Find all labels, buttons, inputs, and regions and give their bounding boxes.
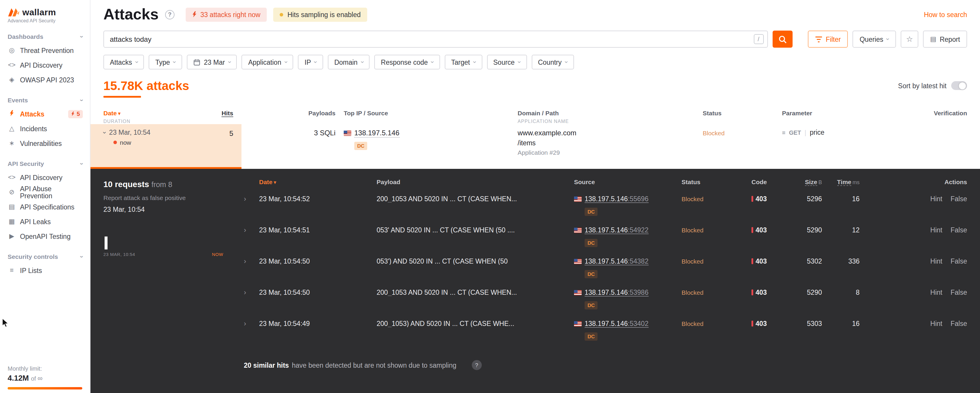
filter-chip-country[interactable]: Country	[531, 55, 574, 69]
hit-code: 403	[751, 227, 787, 233]
expand-chevron-icon[interactable]	[244, 320, 259, 327]
sidebar-item-incidents[interactable]: △ Incidents	[8, 121, 90, 136]
sidebar-item-vulnerabilities[interactable]: ∗ Vulnerabilities	[8, 136, 90, 150]
search-input[interactable]	[103, 30, 768, 48]
column-source: Top IP / Source	[336, 109, 518, 124]
filter-chip-application[interactable]: Application	[242, 55, 293, 69]
sidebar-item-api-discovery-2[interactable]: <> API Discovery	[8, 170, 90, 185]
hits-column-date[interactable]: Date	[259, 178, 377, 185]
hits-column-time[interactable]: Timems	[822, 178, 859, 185]
chevron-down-icon	[81, 160, 83, 167]
hit-row[interactable]: 23 Mar, 10:54:50 200_1053 AND 5020 IN ..…	[244, 286, 967, 317]
sampling-dot-icon	[280, 13, 283, 16]
code-bar-icon	[751, 196, 753, 202]
hint-link[interactable]: Hint	[931, 227, 942, 233]
attack-timeline-chart: 23 MAR, 10:54 NOW	[103, 234, 223, 257]
expand-chevron-icon[interactable]	[244, 258, 259, 265]
sort-toggle[interactable]	[951, 81, 967, 90]
favorite-button[interactable]: ☆	[901, 30, 918, 48]
hit-row[interactable]: 23 Mar, 10:54:50 053') AND 5020 IN ... C…	[244, 255, 967, 286]
hits-column-size[interactable]: SizeB	[787, 178, 822, 185]
question-icon[interactable]: ?	[472, 360, 482, 370]
hit-actions: HintFalse	[859, 320, 967, 327]
chevron-down-icon	[81, 33, 83, 40]
hint-link[interactable]: Hint	[931, 258, 942, 265]
false-link[interactable]: False	[951, 258, 967, 265]
filter-chip-date[interactable]: 23 Mar	[187, 55, 237, 69]
hit-payload: 200_1053 AND 5020 IN ... CT (CASE WHEN..…	[377, 289, 574, 296]
hit-status: Blocked	[681, 195, 751, 202]
filter-chip-target[interactable]: Target	[445, 55, 482, 69]
false-link[interactable]: False	[951, 320, 967, 327]
sidebar-section-security-controls[interactable]: Security controls	[8, 253, 90, 260]
requests-count: 10 requests	[103, 179, 149, 189]
false-link[interactable]: False	[951, 195, 967, 202]
column-date[interactable]: Date	[103, 109, 121, 117]
false-link[interactable]: False	[951, 227, 967, 233]
hint-link[interactable]: Hint	[931, 320, 942, 327]
hit-payload: 200_1053 AND 5020 IN ... CT (CASE WHEN..…	[377, 195, 574, 202]
sidebar-section-api-security[interactable]: API Security	[8, 160, 90, 167]
chevron-down-icon	[431, 59, 433, 65]
hit-source: 138.197.5.146:55696 DC	[574, 195, 681, 216]
filter-chip-source[interactable]: Source	[487, 55, 527, 69]
attack-payloads[interactable]: 3 SQLi	[242, 124, 336, 169]
hit-row[interactable]: 23 Mar, 10:54:52 200_1053 AND 5020 IN ..…	[244, 192, 967, 224]
attack-parameter-cell: ≡ GET | price	[782, 124, 899, 169]
sidebar-section-dashboards[interactable]: Dashboards	[8, 33, 90, 40]
sidebar: wallarm Advanced API Security Dashboards…	[0, 0, 91, 393]
owasp-api-icon: ◈	[8, 77, 16, 83]
filter-chip-response-code[interactable]: Response code	[375, 55, 440, 69]
collapse-chevron-icon[interactable]	[103, 129, 105, 136]
attack-path: /items	[518, 139, 703, 147]
hit-size: 5302	[787, 258, 822, 265]
hint-link[interactable]: Hint	[931, 289, 942, 296]
search-button[interactable]	[772, 30, 792, 48]
sidebar-item-api-abuse-prevention[interactable]: ⊘ API Abuse Prevention	[8, 185, 90, 200]
hit-size: 5296	[787, 195, 822, 202]
column-hits[interactable]: Hits	[221, 109, 233, 117]
filter-chip-ip[interactable]: IP	[298, 55, 323, 69]
expand-chevron-icon[interactable]	[244, 289, 259, 296]
datacenter-tag: DC	[585, 301, 598, 310]
report-button[interactable]: ▤ Report	[923, 30, 967, 48]
wallarm-logo[interactable]: wallarm	[8, 7, 90, 17]
column-duration: DURATION	[103, 119, 130, 124]
filter-chip-domain[interactable]: Domain	[328, 55, 370, 69]
us-flag-icon	[574, 290, 582, 296]
sidebar-section-events[interactable]: Events	[8, 96, 90, 104]
expand-chevron-icon[interactable]	[244, 195, 259, 202]
code-bar-icon	[751, 258, 753, 264]
sidebar-item-threat-prevention[interactable]: ◎ Threat Prevention	[8, 43, 90, 58]
sidebar-item-attacks[interactable]: Attacks 5	[8, 107, 90, 121]
detail-date: 23 Mar, 10:54	[103, 206, 244, 213]
false-link[interactable]: False	[951, 289, 967, 296]
filter-chip-attacks[interactable]: Attacks	[103, 55, 144, 69]
expand-chevron-icon[interactable]	[244, 227, 259, 233]
sidebar-item-api-discovery[interactable]: <> API Discovery	[8, 58, 90, 72]
hit-status: Blocked	[681, 289, 751, 296]
sidebar-item-ip-lists[interactable]: ≡ IP Lists	[8, 263, 90, 278]
sidebar-item-api-leaks[interactable]: ▦ API Leaks	[8, 214, 90, 229]
attack-ip[interactable]: 138.197.5.146	[354, 129, 399, 138]
how-to-search-link[interactable]: How to search	[924, 11, 967, 18]
queries-button[interactable]: Queries	[853, 30, 896, 48]
detail-summary: 10 requests from 8 Report attack as fals…	[103, 178, 244, 393]
filter-button[interactable]: Filter	[808, 30, 848, 48]
report-false-positive-link[interactable]: Report attack as false positive	[103, 194, 244, 201]
sidebar-item-owasp-api[interactable]: ◈ OWASP API 2023	[8, 72, 90, 87]
attack-row[interactable]: 23 Mar, 10:54 now 5 3 SQLi 138.197.5.146…	[91, 124, 980, 169]
filter-chip-type[interactable]: Type	[149, 55, 182, 69]
hint-link[interactable]: Hint	[931, 195, 942, 202]
sidebar-item-openapi-testing[interactable]: ▶ OpenAPI Testing	[8, 229, 90, 244]
sampling-badge: Hits sampling is enabled	[273, 7, 367, 21]
chevron-down-icon	[173, 59, 176, 65]
infinity-icon: ∞	[38, 374, 43, 382]
sidebar-item-api-specifications[interactable]: ▤ API Specifications	[8, 200, 90, 214]
search-box: /	[103, 30, 768, 48]
help-icon[interactable]: ?	[165, 10, 175, 19]
hit-row[interactable]: 23 Mar, 10:54:49 200_1053) AND 5020 IN .…	[244, 317, 967, 348]
wallarm-console: wallarm Advanced API Security Dashboards…	[0, 0, 980, 393]
hit-row[interactable]: 23 Mar, 10:54:51 053' AND 5020 IN ... CT…	[244, 224, 967, 255]
monthly-limit-progress	[8, 387, 82, 390]
